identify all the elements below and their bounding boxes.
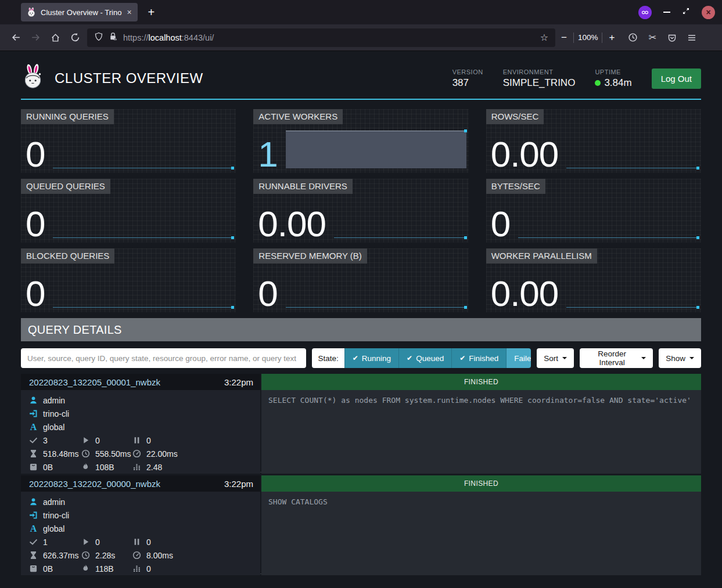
window-close-button[interactable]: × bbox=[702, 6, 715, 19]
stat-tile-label: ROWS/SEC bbox=[486, 109, 544, 124]
flame-icon bbox=[81, 463, 90, 471]
query-text: SHOW CATALOGS bbox=[261, 492, 701, 575]
page-header: CLUSTER OVERVIEW VERSION 387 ENVIRONMENT… bbox=[21, 58, 701, 100]
url-bar[interactable]: https://localhost:8443/ui/ ☆ bbox=[87, 28, 555, 47]
stat-tile-value: 0.00 bbox=[491, 138, 559, 173]
query-time: 3:22pm bbox=[224, 479, 253, 489]
stat-tile-bytes-sec: BYTES/SEC 0 bbox=[486, 179, 701, 243]
version-label: VERSION bbox=[452, 68, 483, 75]
query-search-input[interactable] bbox=[21, 348, 306, 368]
new-tab-button[interactable]: + bbox=[148, 6, 155, 19]
uptime-status-dot bbox=[595, 80, 601, 86]
state-filter-queued[interactable]: ✔Queued bbox=[398, 348, 451, 368]
query-resource-group: global bbox=[43, 524, 64, 533]
zoom-out-button[interactable]: − bbox=[559, 32, 569, 44]
sparkline bbox=[334, 179, 467, 243]
stat-tile-value: 0 bbox=[26, 277, 45, 312]
state-filter-finished[interactable]: ✔Finished bbox=[451, 348, 506, 368]
queued-splits: 0 bbox=[146, 436, 151, 445]
resource-group-font-icon: A bbox=[29, 423, 38, 431]
state-filter-label: State: bbox=[312, 348, 344, 368]
pause-icon bbox=[132, 538, 141, 546]
show-dropdown[interactable]: Show bbox=[659, 348, 701, 368]
logout-button[interactable]: Log Out bbox=[652, 68, 701, 89]
query-id-link[interactable]: 20220823_132205_00001_nwbzk bbox=[29, 377, 160, 387]
stat-tile-queued-queries: QUEUED QUERIES 0 bbox=[21, 179, 236, 243]
hourglass-icon bbox=[29, 551, 38, 560]
stat-tile-running-queries: RUNNING QUERIES 0 bbox=[21, 109, 236, 173]
sparkline bbox=[566, 109, 699, 173]
query-details-header: QUERY DETAILS bbox=[21, 318, 701, 341]
cpu-time: 22.00ms bbox=[146, 449, 178, 459]
screenshot-scissors-icon[interactable]: ✂ bbox=[642, 28, 662, 48]
browser-tab[interactable]: Cluster Overview - Trino × bbox=[21, 3, 138, 21]
stat-tile-label: RESERVED MEMORY (B) bbox=[253, 248, 367, 264]
stat-tile-value: 0 bbox=[26, 138, 45, 173]
stat-tile-label: RUNNING QUERIES bbox=[21, 109, 114, 124]
uptime-info: UPTIME 3.84m bbox=[595, 68, 631, 89]
chevron-down-icon bbox=[641, 357, 646, 362]
cumulative-memory: 118B bbox=[95, 564, 114, 573]
sparkline bbox=[518, 179, 699, 243]
browser-navbar: https://localhost:8443/ui/ ☆ − 100% + ✂ bbox=[0, 24, 722, 51]
scale-icon bbox=[29, 463, 38, 471]
header-cluster-info: VERSION 387 ENVIRONMENT SIMPLE_TRINO UPT… bbox=[452, 68, 701, 89]
query-time: 3:22pm bbox=[224, 377, 253, 387]
reorder-interval-dropdown[interactable]: Reorder Interval bbox=[580, 348, 653, 368]
sign-in-icon bbox=[29, 409, 38, 418]
stat-tile-value: 0 bbox=[491, 207, 510, 243]
uptime-value: 3.84m bbox=[604, 77, 631, 89]
query-stats-panel: admin trino-cli Aglobal 1 0 0 626.37ms 2… bbox=[21, 492, 260, 575]
tab-close-icon[interactable]: × bbox=[127, 8, 131, 17]
zoom-in-button[interactable]: + bbox=[606, 32, 617, 44]
history-clock-icon[interactable] bbox=[623, 28, 642, 48]
pause-icon bbox=[132, 436, 141, 445]
query-source: trino-cli bbox=[43, 511, 69, 520]
pocket-icon[interactable] bbox=[662, 28, 682, 48]
back-icon[interactable] bbox=[6, 28, 26, 48]
parallelism: 0 bbox=[146, 564, 151, 573]
scale-icon bbox=[29, 564, 38, 573]
uptime-label: UPTIME bbox=[595, 68, 631, 75]
stat-tile-label: BYTES/SEC bbox=[486, 179, 545, 194]
sort-dropdown[interactable]: Sort bbox=[537, 348, 574, 368]
parallelism-bars-icon bbox=[132, 564, 141, 573]
window-restore-button[interactable] bbox=[682, 7, 690, 17]
stat-tile-label: ACTIVE WORKERS bbox=[253, 109, 343, 124]
version-info: VERSION 387 bbox=[452, 68, 483, 89]
menu-hamburger-icon[interactable] bbox=[682, 28, 702, 48]
state-filter-running[interactable]: ✔Running bbox=[344, 348, 398, 368]
query-source: trino-cli bbox=[43, 409, 69, 419]
play-icon bbox=[81, 538, 90, 546]
wall-time: 626.37ms bbox=[43, 551, 78, 560]
parallelism-bars-icon bbox=[132, 463, 141, 471]
elapsed-time: 558.50ms bbox=[95, 449, 131, 459]
zoom-level[interactable]: 100% bbox=[578, 33, 598, 42]
shield-icon[interactable] bbox=[94, 32, 103, 44]
query-status-badge: FINISHED bbox=[261, 475, 701, 492]
lock-warning-icon[interactable] bbox=[109, 32, 117, 43]
resource-group-font-icon: A bbox=[29, 524, 38, 533]
forward-icon[interactable] bbox=[26, 28, 45, 48]
query-row: 20220823_132202_00000_nwbzk 3:22pm FINIS… bbox=[21, 475, 701, 574]
bookmark-star-icon[interactable]: ☆ bbox=[540, 32, 548, 43]
state-filter-failed-dropdown[interactable]: Failed bbox=[506, 348, 531, 368]
version-value: 387 bbox=[452, 77, 483, 89]
trino-logo bbox=[21, 64, 45, 93]
query-user: admin bbox=[43, 396, 65, 405]
home-icon[interactable] bbox=[45, 28, 65, 48]
window-minimize-button[interactable] bbox=[663, 12, 670, 13]
query-resource-group: global bbox=[43, 423, 64, 432]
query-details-title: QUERY DETAILS bbox=[28, 323, 122, 337]
completed-splits: 3 bbox=[43, 436, 48, 445]
check-icon: ✔ bbox=[407, 354, 412, 362]
stat-tile-value: 0.00 bbox=[258, 207, 326, 243]
query-stats-panel: admin trino-cli Aglobal 3 0 0 518.48ms 5… bbox=[21, 390, 260, 474]
cluster-stats-grid: RUNNING QUERIES 0 ACTIVE WORKERS 1 ROWS/… bbox=[21, 109, 701, 312]
stat-tile-active-workers: ACTIVE WORKERS 1 bbox=[253, 109, 468, 173]
flame-icon bbox=[81, 564, 90, 573]
query-id-link[interactable]: 20220823_132202_00000_nwbzk bbox=[29, 479, 160, 489]
current-memory: 0B bbox=[43, 564, 53, 573]
reload-icon[interactable] bbox=[65, 28, 85, 48]
completed-splits: 1 bbox=[43, 538, 48, 547]
